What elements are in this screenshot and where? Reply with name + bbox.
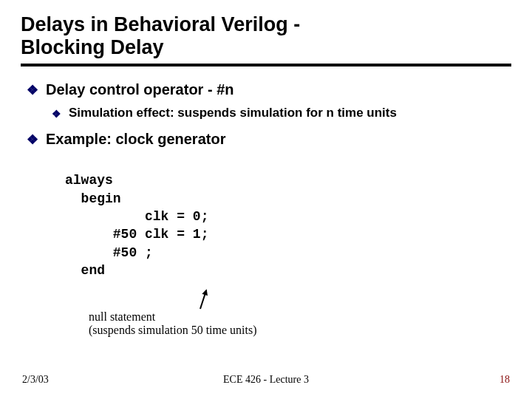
code-line: begin xyxy=(65,191,121,206)
bullet-marker-icon: ❖ xyxy=(52,109,61,119)
annotation-line: null statement xyxy=(89,310,155,323)
bullet-delay-operator: ❖ Delay control operator - #n xyxy=(27,81,511,98)
bullet-text: Delay control operator - #n xyxy=(46,81,234,98)
footer-date: 2/3/03 xyxy=(22,374,49,386)
bullet-text: Example: clock generator xyxy=(46,131,225,148)
code-line: end xyxy=(65,263,105,278)
code-line: #50 clk = 1; xyxy=(65,227,208,242)
code-line: #50 ; xyxy=(65,245,153,260)
subbullet-simulation-effect: ❖ Simulation effect: suspends simulation… xyxy=(52,106,511,120)
bullet-example: ❖ Example: clock generator xyxy=(27,131,511,148)
code-line: clk = 0; xyxy=(65,209,208,224)
annotation-line: (suspends simulation 50 time units) xyxy=(89,324,257,336)
bullet-marker-icon: ❖ xyxy=(27,83,38,97)
code-block: always begin clk = 0; #50 clk = 1; #50 ;… xyxy=(65,154,511,297)
annotation-text: null statement (suspends simulation 50 t… xyxy=(89,310,257,338)
title-line-2: Blocking Delay xyxy=(21,36,164,58)
annotation-group: null statement (suspends simulation 50 t… xyxy=(89,310,257,338)
slide-title: Delays in Behavioral Verilog - Blocking … xyxy=(21,13,511,59)
title-line-1: Delays in Behavioral Verilog - xyxy=(21,13,300,35)
subbullet-text: Simulation effect: suspends simulation f… xyxy=(69,106,397,120)
code-line: always xyxy=(65,173,113,188)
slide-footer: 2/3/03 ECE 426 - Lecture 3 18 xyxy=(0,374,532,386)
title-rule xyxy=(21,64,511,66)
footer-page-number: 18 xyxy=(499,374,510,386)
bullet-marker-icon: ❖ xyxy=(27,133,38,146)
footer-lecture: ECE 426 - Lecture 3 xyxy=(223,374,309,386)
